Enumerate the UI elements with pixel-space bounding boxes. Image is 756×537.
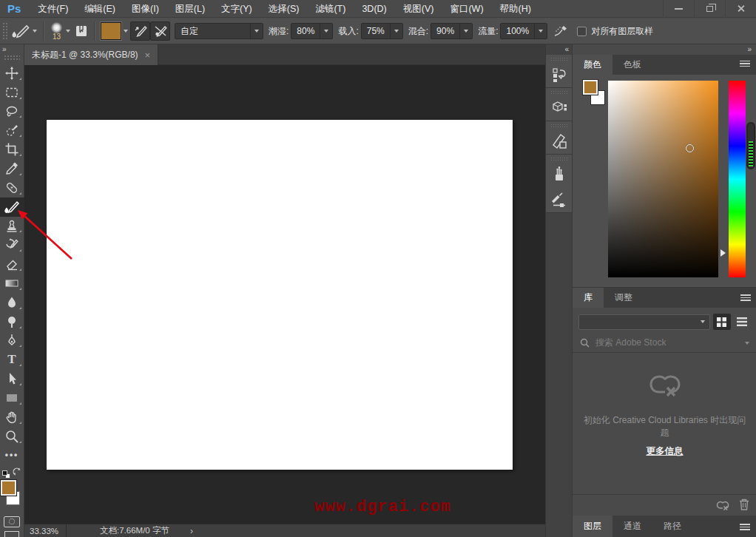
- menu-layer[interactable]: 图层(L): [167, 0, 213, 18]
- libraries-panel-menu-icon[interactable]: [740, 294, 751, 301]
- edit-toolbar-button[interactable]: •••: [0, 446, 24, 465]
- default-colors-icon[interactable]: [2, 470, 7, 476]
- dock-gripper: [550, 157, 568, 161]
- hue-slider-marker-icon[interactable]: [720, 249, 726, 257]
- menu-edit[interactable]: 编辑(E): [76, 0, 124, 18]
- more-info-link[interactable]: 更多信息: [573, 445, 756, 458]
- stock-search-field[interactable]: 搜索 Adobe Stock: [573, 334, 756, 353]
- toggle-brush-settings-panel-button[interactable]: [72, 22, 90, 40]
- document-canvas[interactable]: [47, 120, 513, 470]
- restore-button[interactable]: [694, 0, 725, 18]
- menu-image[interactable]: 图像(I): [124, 0, 167, 18]
- grid-view-icon: [717, 317, 726, 327]
- mix-field[interactable]: 90%: [431, 23, 473, 39]
- menu-window[interactable]: 窗口(W): [442, 0, 491, 18]
- menu-file[interactable]: 文件(F): [30, 0, 76, 18]
- menu-help[interactable]: 帮助(H): [492, 0, 539, 18]
- move-tool[interactable]: [0, 64, 24, 83]
- menu-3d[interactable]: 3D(D): [354, 0, 394, 18]
- type-tool[interactable]: T: [0, 350, 24, 369]
- tool-options-bar: 13 自定: [0, 18, 756, 44]
- useful-mixer-combinations-dropdown[interactable]: 自定: [175, 23, 263, 39]
- options-bar-gripper[interactable]: [1, 21, 7, 41]
- grid-view-button[interactable]: [713, 314, 731, 330]
- mixer-brush-tool[interactable]: [0, 197, 24, 217]
- quick-mask-mode-button[interactable]: [4, 516, 20, 527]
- close-tab-icon[interactable]: ×: [145, 50, 151, 61]
- quick-selection-tool[interactable]: [0, 121, 24, 140]
- hue-slider[interactable]: [729, 81, 746, 277]
- tab-libraries[interactable]: 库: [573, 288, 604, 308]
- tab-swatches[interactable]: 色板: [612, 55, 652, 75]
- color-panel-menu-icon[interactable]: [740, 61, 750, 67]
- tab-paths[interactable]: 路径: [652, 516, 692, 537]
- load-brush-after-stroke-button[interactable]: [130, 21, 150, 41]
- zoom-level-field[interactable]: 33.33%: [24, 524, 67, 537]
- menu-select[interactable]: 选择(S): [260, 0, 308, 18]
- tab-adjustments[interactable]: 调整: [604, 288, 644, 308]
- close-button[interactable]: [725, 0, 756, 18]
- toolbar-gripper[interactable]: [4, 55, 20, 60]
- menu-filter[interactable]: 滤镜(T): [307, 0, 354, 18]
- clone-stamp-tool[interactable]: [0, 217, 24, 236]
- tab-color[interactable]: 颜色: [573, 55, 612, 75]
- tool-preset-picker[interactable]: [11, 24, 37, 38]
- swap-colors-icon[interactable]: [13, 467, 21, 476]
- zoom-tool[interactable]: [0, 427, 24, 446]
- saturation-brightness-field[interactable]: [608, 81, 718, 277]
- dodge-tool[interactable]: [0, 312, 24, 331]
- eyedropper-tool[interactable]: [0, 159, 24, 178]
- brush-size-picker[interactable]: 13: [50, 22, 70, 41]
- rectangle-shape-tool[interactable]: [0, 388, 24, 408]
- expand-toolbar-icon[interactable]: »: [0, 44, 24, 55]
- load-field[interactable]: 75%: [361, 23, 403, 39]
- history-brush-tool[interactable]: [0, 235, 24, 254]
- list-view-button[interactable]: [734, 314, 752, 330]
- eraser-tool[interactable]: [0, 254, 24, 274]
- blur-tool[interactable]: [0, 293, 24, 312]
- screen-mode-button[interactable]: [4, 531, 19, 537]
- clean-brush-after-stroke-button[interactable]: [150, 21, 170, 41]
- flow-field[interactable]: 100%: [500, 23, 547, 39]
- layers-panel-menu-icon[interactable]: [740, 524, 750, 530]
- document-tab[interactable]: 未标题-1 @ 33.3%(RGB/8) ×: [24, 44, 158, 65]
- history-panel-button[interactable]: [546, 55, 573, 88]
- hand-tool[interactable]: [0, 408, 24, 427]
- layer-comps-panel-button[interactable]: [546, 121, 573, 155]
- rectangular-marquee-tool[interactable]: [0, 83, 24, 102]
- crop-tool[interactable]: [0, 140, 24, 159]
- sample-all-layers-checkbox[interactable]: [577, 27, 587, 36]
- libraries-bottom-bar: [573, 494, 756, 516]
- airbrush-toggle-button[interactable]: [552, 22, 570, 40]
- menu-type[interactable]: 文字(Y): [213, 0, 260, 18]
- foreground-color-swatch[interactable]: [583, 80, 598, 95]
- menu-view[interactable]: 视图(V): [395, 0, 442, 18]
- collapse-dock-icon[interactable]: «: [546, 44, 572, 55]
- chevron-down-icon: [66, 30, 70, 33]
- delete-button[interactable]: [739, 499, 749, 513]
- minimize-button[interactable]: [663, 0, 694, 18]
- foreground-color-swatch[interactable]: [1, 480, 16, 496]
- pen-tool[interactable]: [0, 331, 24, 351]
- scrollbar-thumb: [749, 141, 753, 166]
- wet-field[interactable]: 80%: [291, 23, 333, 39]
- path-selection-tool[interactable]: [0, 369, 24, 388]
- brush-preview: 13: [51, 22, 62, 41]
- gradient-tool[interactable]: [0, 274, 24, 293]
- spot-healing-brush-tool[interactable]: [0, 178, 24, 197]
- status-options-chevron-icon[interactable]: ›: [190, 526, 193, 536]
- current-color-picker[interactable]: [101, 22, 128, 40]
- lasso-tool[interactable]: [0, 102, 24, 121]
- collapse-panels-icon[interactable]: »: [747, 45, 752, 53]
- tool-presets-panel-button[interactable]: [546, 162, 573, 187]
- tab-layers[interactable]: 图层: [573, 516, 612, 537]
- brush-settings-panel-button[interactable]: [546, 187, 573, 212]
- color-picker-marker[interactable]: [686, 144, 694, 152]
- cc-sync-button[interactable]: [716, 499, 730, 513]
- 3d-icon: [550, 100, 568, 116]
- tab-channels[interactable]: 通道: [612, 516, 652, 537]
- panel-scrollbar[interactable]: [746, 122, 755, 169]
- canvas-pasteboard[interactable]: www.dgrai.com: [24, 65, 545, 524]
- library-select-dropdown[interactable]: [578, 314, 710, 330]
- 3d-panel-button[interactable]: [546, 88, 573, 121]
